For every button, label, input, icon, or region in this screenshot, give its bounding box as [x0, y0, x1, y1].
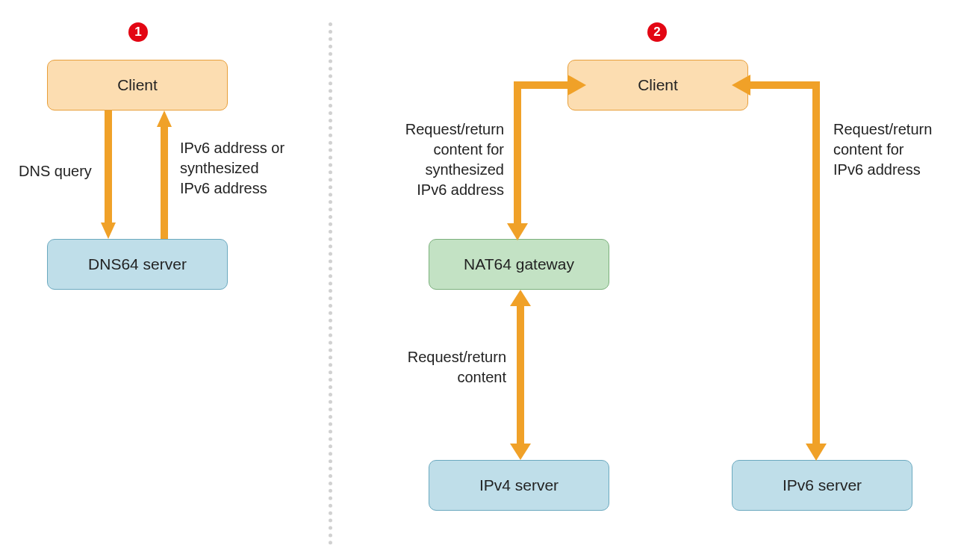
- arrow-client-to-dns64: [101, 111, 116, 239]
- svg-rect-6: [514, 81, 521, 223]
- arrow-client-nat64: [500, 75, 590, 243]
- svg-marker-12: [510, 290, 531, 306]
- svg-marker-11: [806, 444, 827, 461]
- svg-marker-1: [101, 223, 116, 239]
- label-ipv6-flow: Request/return content for IPv6 address: [833, 119, 932, 180]
- box-client-1: Client: [47, 60, 228, 111]
- label-ipv6-address: IPv6 address or synthesized IPv6 address: [180, 138, 284, 199]
- arrow-client-ipv6: [732, 75, 836, 463]
- box-ipv6-server: IPv6 server: [732, 460, 912, 511]
- svg-marker-5: [567, 75, 586, 96]
- arrow-nat64-ipv4: [510, 290, 531, 460]
- panel-divider: [329, 22, 332, 545]
- svg-marker-7: [507, 223, 528, 240]
- box-nat64-gateway: NAT64 gateway: [429, 239, 609, 290]
- box-ipv4-server: IPv4 server: [429, 460, 609, 511]
- svg-marker-14: [510, 444, 531, 460]
- label-synthesized-flow: Request/return content for synthesized I…: [388, 119, 504, 200]
- svg-rect-10: [812, 81, 820, 444]
- box-dns64-server: DNS64 server: [47, 239, 228, 290]
- svg-rect-0: [105, 111, 112, 223]
- badge-step-2: 2: [647, 22, 667, 42]
- svg-marker-8: [732, 75, 750, 96]
- svg-rect-3: [161, 127, 168, 239]
- svg-rect-4: [514, 81, 573, 89]
- arrow-dns64-to-client: [157, 111, 172, 239]
- svg-marker-2: [157, 111, 172, 127]
- svg-rect-13: [517, 306, 524, 444]
- svg-rect-9: [750, 81, 820, 89]
- label-req-return-content: Request/return content: [405, 347, 506, 388]
- box-client-2: Client: [567, 60, 748, 111]
- label-dns-query: DNS query: [19, 161, 92, 181]
- badge-step-1: 1: [128, 22, 148, 42]
